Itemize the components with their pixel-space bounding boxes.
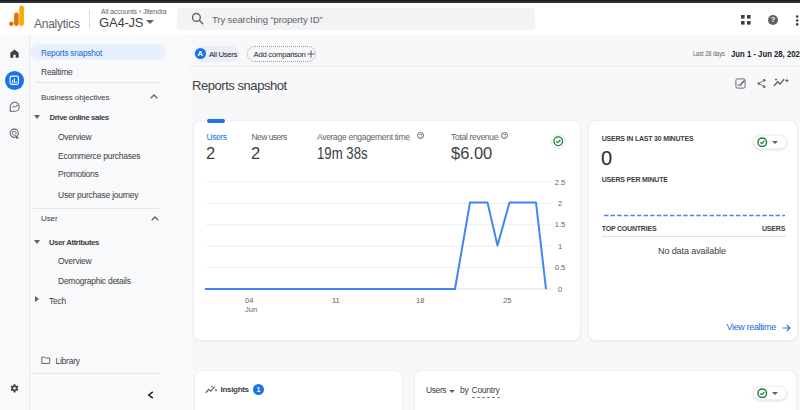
svg-text:Jun: Jun	[245, 305, 257, 314]
svg-text:1.5: 1.5	[555, 220, 565, 229]
svg-text:11: 11	[332, 296, 340, 305]
svg-text:1: 1	[558, 242, 562, 251]
svg-text:04: 04	[245, 296, 253, 305]
svg-text:25: 25	[503, 296, 511, 305]
svg-text:2: 2	[558, 199, 562, 208]
svg-text:0: 0	[558, 285, 562, 294]
svg-text:18: 18	[416, 296, 424, 305]
svg-text:2.5: 2.5	[555, 178, 565, 187]
svg-text:0.5: 0.5	[555, 263, 565, 272]
